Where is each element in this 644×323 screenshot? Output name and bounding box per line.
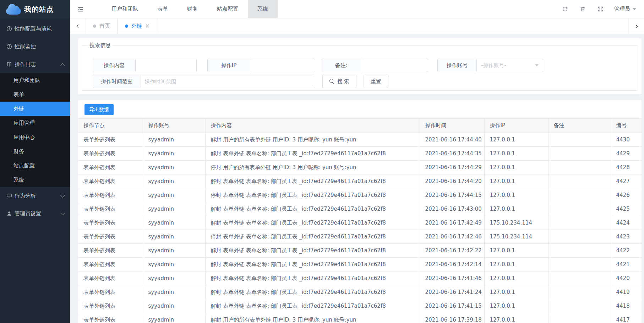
cell-time: 2021-06-16 17:42:49 [420,216,484,230]
nav-item-users-teams[interactable]: 用户和团队 [102,0,148,18]
table-row: 表单外链列表syyadmin停封 用户的所有表单外链 用户ID: 3 用户昵称:… [78,161,642,174]
fullscreen-icon[interactable] [591,6,609,12]
cell-content: 解封 表单外链 表单名称: 部门员工表 _id:f7ed2729e46117a0… [205,271,420,285]
cell-remark [548,285,611,299]
cell-node: 表单外链列表 [78,202,143,216]
cell-id: 4424 [611,216,642,230]
tab-label: 外链 [131,23,142,29]
subitem-label: 站点配置 [13,162,35,169]
cell-account: syyadmin [143,174,205,188]
tab-home[interactable]: 首页 [86,18,118,34]
close-icon[interactable]: × [145,23,150,29]
tab-label: 首页 [99,23,110,29]
subitem-label: 表单 [13,91,24,98]
sidebar-item-label: 操作日志 [15,61,36,68]
cell-id: 4418 [611,299,642,313]
subitem-label: 财务 [13,148,24,155]
cell-content: 解封 表单外链 表单名称: 部门员工表 _id:f7ed2729e46117a0… [205,202,420,216]
nav-item-system[interactable]: 系统 [248,0,278,18]
cell-content: 解封 用户的所有表单外链 用户ID: 3 用户昵称: yun 账号:yun [205,133,420,147]
main-content: 搜索信息 操作内容 操作IP 备注: 操作账号 -操作账号- [70,34,644,323]
nav-item-site-config[interactable]: 站点配置 [207,0,248,18]
chevron-up-icon [60,63,65,68]
sidebar-item-performance-config[interactable]: 性能配置与消耗 [0,20,70,38]
table-row: 表单外链列表syyadmin解封 表单外链 表单名称: 部门员工表 _id:f7… [78,202,642,216]
chevron-down-icon [60,211,65,215]
cell-node: 表单外链列表 [78,161,143,174]
tabs-scroll-right-button[interactable] [628,18,644,34]
nav-item-finance[interactable]: 财务 [178,0,207,18]
col-header-id: 编号 [611,119,642,133]
sidebar-subitem-app-management[interactable]: 应用管理 [0,116,70,130]
table-row: 表单外链列表syyadmin解封 表单外链 表单名称: 部门员工表 _id:f7… [78,271,642,285]
admin-app: { "app": { "logo_title": "我的站点" }, "head… [0,0,644,323]
user-menu[interactable]: 管理员 [614,6,636,12]
subitem-label: 用户和团队 [13,77,40,84]
cell-account: syyadmin [143,133,205,147]
cell-time: 2021-06-16 17:41:46 [420,271,484,285]
content-input[interactable] [136,59,196,72]
cell-time: 2021-06-16 17:41:15 [420,299,484,313]
cell-ip: 127.0.0.1 [484,174,548,188]
site-logo[interactable]: 我的站点 [0,0,70,18]
cell-account: syyadmin [143,161,205,174]
sidebar-subitem-finance[interactable]: 财务 [0,144,70,158]
sidebar-item-operation-log[interactable]: 操作日志 [0,55,70,73]
time-range-input[interactable] [141,75,315,88]
navbar-tools: 管理员 [556,0,644,18]
table-row: 表单外链列表syyadmin解封 表单外链 表单名称: 部门员工表 _id:f7… [78,216,642,230]
cell-node: 表单外链列表 [78,258,143,271]
table-row: 表单外链列表syyadmin停封 表单外链 表单名称: 部门员工表 _id:f7… [78,188,642,202]
cell-ip: 175.10.234.114 [484,216,548,230]
cell-content: 解封 表单外链 表单名称: 部门员工表 _id:f7ed2729e46117a0… [205,244,420,258]
signal-icon [6,26,12,32]
sidebar-subitem-site-config[interactable]: 站点配置 [0,158,70,173]
user-name: 管理员 [614,6,630,12]
refresh-icon[interactable] [556,6,574,12]
sidebar-item-behavior-analysis[interactable]: 行为分析 [0,187,70,205]
trash-icon[interactable] [574,6,591,12]
cloud-logo-icon [5,4,21,15]
sidebar-subitem-app-center[interactable]: 应用中心 [0,130,70,144]
search-icon [329,79,334,84]
ip-input[interactable] [250,59,315,72]
subitem-label: 系统 [13,177,24,183]
table-row: 表单外链列表syyadmin解封 用户的所有表单外链 用户ID: 3 用户昵称:… [78,313,642,323]
search-button-label: 搜 索 [337,78,349,85]
page-tabbar: 首页 外链 × [70,18,644,34]
cell-remark [548,174,611,188]
cell-node: 表单外链列表 [78,299,143,313]
nav-label: 财务 [187,6,198,12]
nav-label: 站点配置 [217,6,238,12]
cell-content: 解封 表单外链 表单名称: 部门员工表 _id:f7ed2729e46117a0… [205,174,420,188]
admin-user-icon [6,211,12,216]
cell-ip: 127.0.0.1 [484,258,548,271]
top-navbar: 用户和团队 表单 财务 站点配置 系统 管理员 [70,0,644,18]
sidebar-subitem-users-teams[interactable]: 用户和团队 [0,73,70,87]
nav-item-forms[interactable]: 表单 [148,0,178,18]
reset-button[interactable]: 重置 [364,75,388,88]
sidebar-item-performance-monitor[interactable]: 性能监控 [0,38,70,55]
sidebar-subitem-system[interactable]: 系统 [0,173,70,187]
remark-input[interactable] [361,59,428,72]
export-data-button[interactable]: 导出数据 [84,104,114,115]
remark-field-group: 备注: [322,59,428,72]
cell-account: syyadmin [143,299,205,313]
search-button[interactable]: 搜 索 [322,75,356,88]
sidebar-item-admin-settings[interactable]: 管理员设置 [0,205,70,222]
table-row: 表单外链列表syyadmin解封 表单外链 表单名称: 部门员工表 _id:f7… [78,244,642,258]
account-select[interactable]: -操作账号- [477,59,543,72]
cell-id: 4421 [611,258,642,271]
cell-remark [548,271,611,285]
cell-ip: 127.0.0.1 [484,299,548,313]
sidebar-subitem-forms[interactable]: 表单 [0,87,70,102]
table-row: 表单外链列表syyadmin解封 表单外链 表单名称: 部门员工表 _id:f7… [78,258,642,271]
cell-account: syyadmin [143,202,205,216]
col-header-node: 操作节点 [78,119,143,133]
collapse-menu-button[interactable] [70,0,91,18]
top-nav-items: 用户和团队 表单 财务 站点配置 系统 [102,0,278,18]
tab-external-links[interactable]: 外链 × [118,18,157,34]
tabs-scroll-left-button[interactable] [70,18,86,34]
sidebar-subitem-external-links[interactable]: 外链 [0,102,70,116]
cell-account: syyadmin [143,285,205,299]
